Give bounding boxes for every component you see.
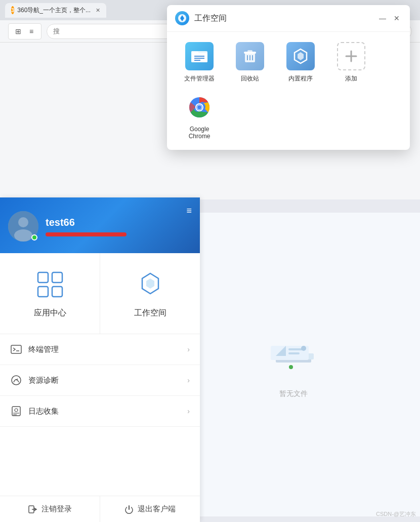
terminal-management-item[interactable]: 终端管理 › <box>0 334 200 365</box>
recycle-bin-label: 回收站 <box>241 74 259 83</box>
logout-button[interactable]: 注销登录 <box>0 496 100 522</box>
workspace-builtin-programs[interactable]: 内置程序 <box>280 42 321 83</box>
svg-marker-38 <box>146 278 154 289</box>
add-icon <box>343 48 359 64</box>
file-manager-icon <box>190 47 208 65</box>
resource-diagnosis-item[interactable]: 资源诊断 › <box>0 365 200 396</box>
workspace-titlebar: 工作空间 — ✕ <box>167 5 410 32</box>
close-window-button[interactable]: ✕ <box>392 13 402 23</box>
workspace-recycle-bin[interactable]: 回收站 <box>230 42 270 83</box>
workspace-logo-icon <box>177 13 187 23</box>
username-label: test66 <box>46 217 192 228</box>
svg-rect-27 <box>288 352 300 354</box>
user-avatar <box>8 211 38 242</box>
app-center-icon <box>34 268 66 301</box>
app-center-label: 应用中心 <box>34 308 66 318</box>
browser-tab[interactable]: 3 360导航_一个主页，整个... ✕ <box>5 3 106 18</box>
right-panel-empty: 暂无文件 <box>167 213 420 516</box>
user-status-bar <box>46 232 127 236</box>
svg-point-31 <box>18 217 28 227</box>
svg-rect-35 <box>38 287 48 297</box>
log-icon-svg <box>11 406 22 417</box>
workspace-nav-icon <box>134 268 166 301</box>
svg-rect-3 <box>191 51 198 54</box>
online-status-dot <box>31 234 37 240</box>
add-label: 添加 <box>345 74 357 83</box>
svg-marker-14 <box>298 52 304 60</box>
exit-client-button[interactable]: 退出客户端 <box>100 496 200 522</box>
terminal-arrow: › <box>187 345 190 353</box>
file-manager-label: 文件管理器 <box>184 74 215 83</box>
resource-icon <box>10 374 22 386</box>
workspace-add-button[interactable]: 添加 <box>331 42 371 83</box>
empty-state-text: 暂无文件 <box>279 389 308 398</box>
svg-rect-36 <box>52 287 62 297</box>
power-icon <box>124 505 134 514</box>
recycle-bin-icon-box <box>236 42 264 70</box>
view-toggle: ⊞ ≡ <box>8 23 41 39</box>
log-arrow: › <box>187 407 190 415</box>
workspace-title: 工作空间 <box>194 13 372 24</box>
workspace-nav-button[interactable]: 工作空间 <box>100 253 200 334</box>
builtin-programs-icon <box>291 47 310 65</box>
user-panel: test66 ≡ 应用中心 工作空 <box>0 197 200 522</box>
workspace-nav-label: 工作空间 <box>134 308 166 318</box>
user-info: test66 <box>46 217 192 236</box>
tab-label: 360导航_一个主页，整个... <box>17 6 91 15</box>
svg-point-44 <box>15 409 18 412</box>
minimize-button[interactable]: — <box>377 13 388 23</box>
exit-client-label: 退出客户端 <box>138 504 176 514</box>
svg-point-32 <box>14 229 32 242</box>
file-manager-icon-box <box>185 42 214 70</box>
workspace-google-chrome[interactable]: Google Chrome <box>179 93 220 140</box>
workspace-nav-icon-svg <box>136 270 164 299</box>
chrome-icon <box>187 95 212 119</box>
add-icon-box <box>337 42 365 70</box>
terminal-icon-svg <box>11 344 22 355</box>
app-center-icon-svg <box>36 270 64 299</box>
workspace-window: 工作空间 — ✕ 文件管理器 <box>167 5 410 150</box>
svg-rect-33 <box>38 272 48 283</box>
log-collection-item[interactable]: 日志收集 › <box>0 396 200 427</box>
watermark: CSDN-@艺冲东 <box>376 510 416 518</box>
workspace-logo <box>175 11 189 25</box>
watermark-text: CSDN-@艺冲东 <box>376 511 416 517</box>
google-chrome-label: Google Chrome <box>179 126 220 140</box>
user-header: test66 ≡ <box>0 197 200 253</box>
terminal-label: 终端管理 <box>28 345 181 354</box>
main-icons-row: 应用中心 工作空间 <box>0 253 200 334</box>
bottom-buttons: 注销登录 退出客户端 <box>0 496 200 522</box>
svg-rect-39 <box>11 345 21 353</box>
workspace-file-manager[interactable]: 文件管理器 <box>179 42 220 83</box>
tab-close-button[interactable]: ✕ <box>96 7 100 14</box>
svg-point-21 <box>197 105 201 109</box>
window-controls: — ✕ <box>377 13 402 23</box>
resource-arrow: › <box>187 376 190 384</box>
builtin-icon-box <box>286 42 315 70</box>
svg-rect-34 <box>52 272 62 283</box>
menu-list: 终端管理 › 资源诊断 › <box>0 334 200 427</box>
log-icon <box>10 405 22 417</box>
list-view-button[interactable]: ≡ <box>26 26 37 37</box>
log-label: 日志收集 <box>28 407 181 416</box>
terminal-icon <box>10 343 22 355</box>
recycle-bin-icon <box>241 47 259 65</box>
grid-view-button[interactable]: ⊞ <box>13 26 24 37</box>
resource-label: 资源诊断 <box>28 376 181 385</box>
app-center-button[interactable]: 应用中心 <box>0 253 100 334</box>
tab-favicon: 3 <box>11 6 14 14</box>
logout-icon <box>28 505 37 514</box>
chrome-icon-box <box>185 93 214 122</box>
panel-menu-button[interactable]: ≡ <box>186 206 192 216</box>
resource-icon-svg <box>11 375 22 386</box>
svg-point-29 <box>301 346 306 351</box>
svg-point-28 <box>289 365 293 369</box>
svg-rect-9 <box>247 50 253 52</box>
builtin-programs-label: 内置程序 <box>288 74 313 83</box>
logout-label: 注销登录 <box>41 504 72 514</box>
empty-state-icon <box>263 331 324 381</box>
svg-rect-43 <box>12 407 20 416</box>
workspace-icons-grid: 文件管理器 回收站 <box>167 32 410 150</box>
